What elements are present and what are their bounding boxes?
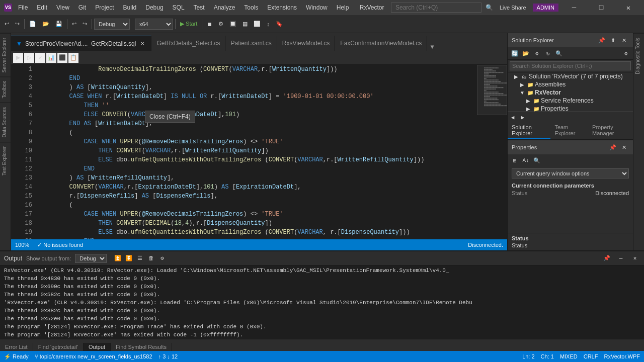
save-button[interactable]: 💾 [53,18,65,31]
tree-service-ref[interactable]: ▶ 📁 Service References [508,97,633,105]
menu-view[interactable]: View [52,3,73,12]
run-button[interactable]: ▶ [13,53,23,63]
status-crlf[interactable]: CRLF [584,353,598,359]
minimap-viewport[interactable] [477,65,507,115]
prop-pin-button[interactable]: 📌 [608,142,618,152]
tree-assemblies[interactable]: ▶ 📁 Assemblies [508,80,633,88]
menu-extensions[interactable]: Extensions [263,3,301,12]
bottom-tab-find-symbol[interactable]: Find Symbol Results [111,343,172,351]
output-btn-5[interactable]: ⚙ [157,253,167,263]
toolbar-extra-5[interactable]: ⬜ [251,18,263,31]
tab-patient[interactable]: Patient.xaml.cs [225,36,277,51]
output-close-button[interactable]: ✕ [630,253,640,263]
se-refresh-button[interactable]: ↻ [543,48,553,58]
status-branch[interactable]: ⑂ topic/careremx new_rx_screen_fields_us… [35,353,152,359]
menu-test[interactable]: Test [190,3,209,12]
cancel-button[interactable]: ⬛ [57,53,67,63]
bottom-tab-find[interactable]: Find 'getrxdetail' [33,343,84,351]
menu-project[interactable]: Project [91,3,118,12]
se-tab-property-manager[interactable]: Property Manager [588,122,633,139]
show-results-button[interactable]: 📋 [68,53,78,63]
tree-rxvector[interactable]: ▼ 📁 RxVector [508,88,633,97]
prop-close-button[interactable]: ✕ [619,142,629,152]
se-close-button[interactable]: ✕ [619,35,629,45]
tab-rxsviewmodel[interactable]: RxsViewModel.cs [277,36,335,51]
prop-alpha-button[interactable]: A↓ [521,155,531,165]
toolbar-extra-7[interactable]: 🔖 [273,18,285,31]
tab-getrx[interactable]: GetRxDetails_Select.cs [151,36,225,51]
sidebar-tab-diagnostic-tools[interactable]: Diagnostic Tools [633,33,644,78]
tree-properties[interactable]: ▶ 📁 Properties [508,105,633,112]
output-minimize-button[interactable]: — [616,253,626,263]
debug-query-button[interactable]: ▷ [24,53,34,63]
toolbar-extra-6[interactable]: ↕ [264,18,272,31]
live-share-button[interactable]: Live Share [497,1,529,14]
se-nav-prev[interactable]: ◀ [508,112,518,122]
se-tab-team-explorer[interactable]: Team Explorer [550,122,588,139]
se-nav-next[interactable]: ▶ [518,112,528,122]
menu-help[interactable]: Help [333,3,353,12]
minimize-button[interactable]: — [562,0,586,15]
tab-faxconfirmation[interactable]: FaxConfirmationViewModel.cs [335,36,427,51]
back-button[interactable]: ↩ [2,18,12,31]
bottom-tab-output[interactable]: Output [84,343,111,351]
forward-button[interactable]: ↪ [13,18,22,31]
menu-sql[interactable]: SQL [169,3,189,12]
se-extra-button[interactable]: ⚙ [621,48,631,58]
platform-dropdown[interactable]: x64 x86 Any CPU [135,19,173,30]
menu-tools[interactable]: Tools [240,3,262,12]
se-pin-button[interactable]: 📌 [597,35,607,45]
tab-stored-proc[interactable]: ▼ StoredProcViewerAd...._GetRxDetails.sq… [11,36,151,51]
sidebar-tab-toolbox[interactable]: Toolbox [0,76,11,102]
close-button[interactable]: ✕ [617,0,640,15]
show-plan-button[interactable]: 📊 [46,53,56,63]
bottom-tab-error-list[interactable]: Error List [0,343,33,351]
prop-dropdown[interactable]: Current query window options [512,168,629,178]
menu-debug[interactable]: Debug [141,3,167,12]
tree-solution-root[interactable]: ▶ 🗂 Solution 'RxVector' (7 of 7 projects… [508,72,633,80]
menu-analyze[interactable]: Analyze [210,3,239,12]
sidebar-tab-test-explorer[interactable]: Test Explorer [0,142,11,179]
prop-search-button[interactable]: 🔍 [532,155,542,165]
code-editor[interactable]: Close (Ctrl+F4) 12345 678910 1112131415 … [11,65,507,239]
output-btn-2[interactable]: ⏬ [124,253,134,263]
prop-cat-button[interactable]: ⊞ [510,155,520,165]
minimap[interactable]: ████████████████████████ ██████████████ … [477,65,507,239]
se-collapse-button[interactable]: 📂 [521,48,531,58]
output-pin-button[interactable]: 📌 [602,253,612,263]
tab-close-stored-proc[interactable]: ✕ [139,40,146,47]
parse-button[interactable]: ✓ [35,53,45,63]
toolbar-extra-1[interactable]: ⏹ [204,18,215,31]
se-filter-button[interactable]: 🔍 [554,48,564,58]
se-expand-button[interactable]: ⬆ [608,35,618,45]
tab-overflow-button[interactable]: ▼ [427,44,437,51]
output-btn-1[interactable]: ⏫ [113,253,123,263]
menu-build[interactable]: Build [119,3,141,12]
toolbar-extra-4[interactable]: ▦ [240,18,250,31]
menu-edit[interactable]: Edit [33,3,51,12]
undo-button[interactable]: ↩ [69,18,79,31]
start-button[interactable]: ▶ Start [178,18,200,31]
sidebar-tab-data-sources[interactable]: Data Sources [0,103,11,142]
se-sync-button[interactable]: 🔄 [510,48,520,58]
global-search-input[interactable] [391,3,481,13]
redo-button[interactable]: ↪ [80,18,90,31]
output-btn-3[interactable]: ☰ [135,253,145,263]
menu-file[interactable]: File [14,3,32,12]
se-tab-solution-explorer[interactable]: Solution Explorer [508,122,550,139]
se-properties-button[interactable]: ⚙ [532,48,542,58]
status-sync-arrows[interactable]: ↑ 3 ↓ 12 [158,353,178,359]
toolbar-extra-2[interactable]: ⚙ [216,18,226,31]
build-config-dropdown[interactable]: Debug Release [94,19,130,30]
new-file-button[interactable]: 📄 [27,18,39,31]
sidebar-tab-server-explorer[interactable]: Server Explorer [0,33,11,76]
se-search-input[interactable] [510,61,631,70]
open-button[interactable]: 📂 [40,18,52,31]
toolbar-extra-3[interactable]: 🔲 [227,18,239,31]
code-content[interactable]: RemoveDecimalsTrailingZeros (CONVERT(VAR… [36,65,477,239]
menu-window[interactable]: Window [302,3,332,12]
maximize-button[interactable]: □ [590,0,613,15]
menu-git[interactable]: Git [74,3,90,12]
output-source-dropdown[interactable]: Debug Build [75,254,107,263]
output-btn-4[interactable]: 🗑 [146,253,156,263]
